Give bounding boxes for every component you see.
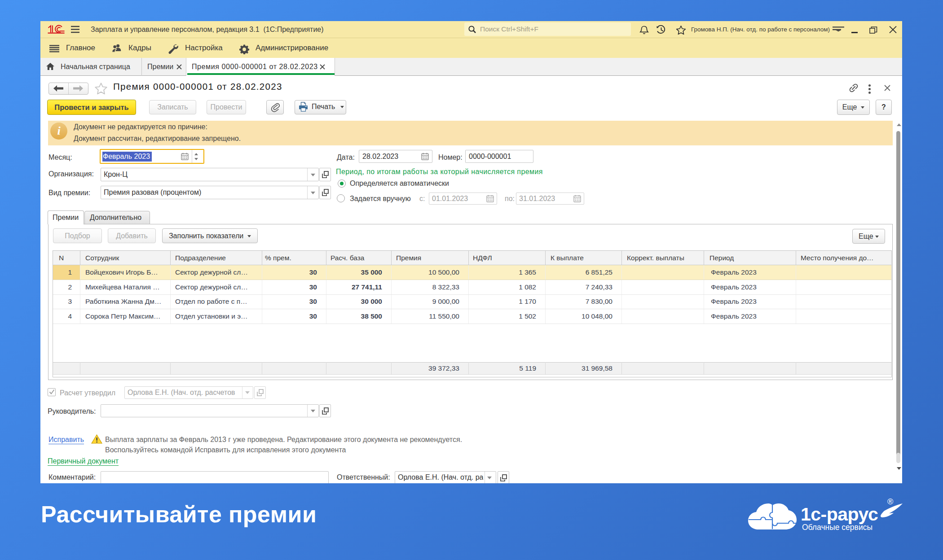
svg-text:1с-рарус: 1с-рарус [801, 504, 878, 525]
svg-text:®: ® [887, 497, 893, 506]
svg-text:Облачные сервисы: Облачные сервисы [802, 523, 872, 532]
